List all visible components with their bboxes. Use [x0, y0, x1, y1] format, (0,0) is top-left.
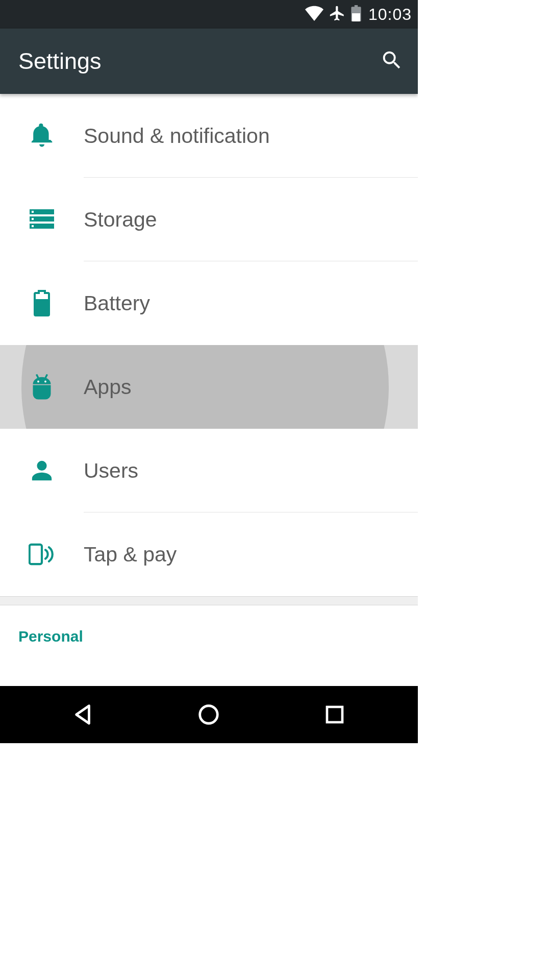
svg-point-8	[37, 381, 39, 383]
svg-rect-12	[327, 707, 342, 722]
battery-icon	[351, 5, 361, 23]
settings-item-tap-pay[interactable]: Tap & pay	[0, 512, 418, 596]
nav-recent-button[interactable]	[304, 704, 365, 725]
settings-item-label: Apps	[84, 375, 131, 399]
settings-item-storage[interactable]: Storage	[0, 178, 418, 261]
android-icon	[0, 374, 84, 400]
settings-list: Sound & notification Storage Battery	[0, 94, 418, 596]
svg-point-9	[44, 381, 46, 383]
wifi-icon	[305, 6, 323, 23]
svg-rect-4	[32, 218, 34, 220]
airplane-mode-icon	[329, 5, 346, 24]
navigation-bar	[0, 686, 418, 743]
settings-item-label: Users	[84, 459, 138, 483]
search-button[interactable]	[380, 48, 404, 74]
back-icon	[71, 703, 95, 726]
app-bar: Settings	[0, 29, 418, 94]
nav-home-button[interactable]	[178, 703, 239, 726]
svg-rect-3	[32, 211, 34, 213]
section-header-personal: Personal	[0, 605, 418, 650]
tap-and-pay-icon	[0, 543, 84, 566]
battery-icon	[0, 290, 84, 316]
settings-item-apps[interactable]: Apps	[0, 345, 418, 429]
recent-apps-icon	[324, 704, 345, 725]
storage-icon	[0, 209, 84, 230]
status-bar: 10:03	[0, 0, 418, 29]
bell-icon	[0, 122, 84, 149]
nav-back-button[interactable]	[53, 703, 114, 726]
settings-item-label: Battery	[84, 291, 150, 315]
home-icon	[197, 703, 220, 726]
person-icon	[0, 459, 84, 482]
svg-rect-5	[32, 225, 34, 227]
settings-item-battery[interactable]: Battery	[0, 261, 418, 345]
settings-item-users[interactable]: Users	[0, 429, 418, 512]
section-divider	[0, 596, 418, 605]
svg-line-7	[45, 375, 47, 378]
settings-item-label: Tap & pay	[84, 543, 177, 567]
svg-rect-10	[30, 545, 42, 564]
settings-item-sound[interactable]: Sound & notification	[0, 94, 418, 178]
svg-point-11	[200, 706, 218, 724]
settings-item-label: Sound & notification	[84, 124, 270, 148]
svg-line-6	[37, 375, 39, 378]
search-icon	[380, 48, 404, 72]
settings-item-label: Storage	[84, 208, 157, 232]
status-time: 10:03	[368, 5, 412, 24]
page-title: Settings	[18, 48, 102, 75]
